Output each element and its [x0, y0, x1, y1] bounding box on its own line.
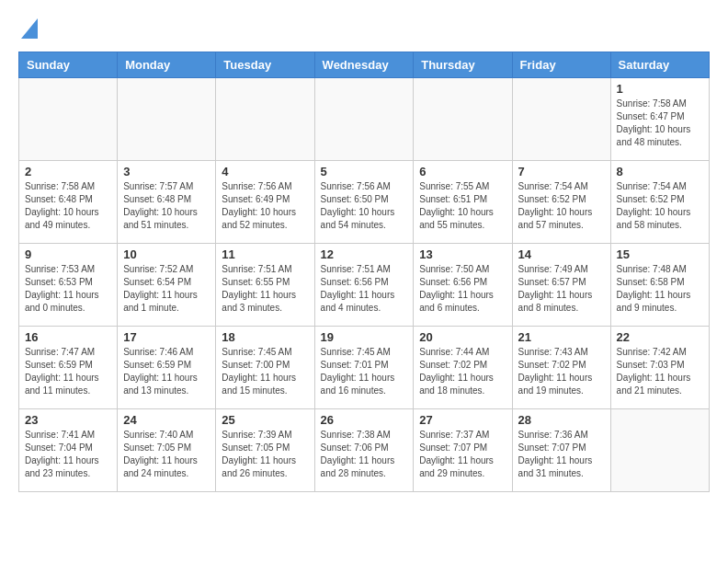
calendar-cell: 16Sunrise: 7:47 AM Sunset: 6:59 PM Dayli… [19, 327, 118, 409]
calendar-cell: 6Sunrise: 7:55 AM Sunset: 6:51 PM Daylig… [414, 161, 512, 244]
day-info: Sunrise: 7:37 AM Sunset: 7:07 PM Dayligh… [419, 429, 506, 480]
day-number: 25 [222, 413, 308, 427]
day-number: 28 [518, 413, 605, 427]
day-info: Sunrise: 7:54 AM Sunset: 6:52 PM Dayligh… [617, 180, 703, 232]
calendar-cell: 8Sunrise: 7:54 AM Sunset: 6:52 PM Daylig… [610, 161, 709, 244]
day-number: 27 [419, 413, 506, 427]
day-info: Sunrise: 7:51 AM Sunset: 6:55 PM Dayligh… [222, 263, 308, 315]
day-info: Sunrise: 7:53 AM Sunset: 6:53 PM Dayligh… [25, 263, 111, 315]
day-number: 1 [617, 82, 703, 96]
calendar-cell: 7Sunrise: 7:54 AM Sunset: 6:52 PM Daylig… [512, 161, 610, 244]
calendar-cell: 9Sunrise: 7:53 AM Sunset: 6:53 PM Daylig… [19, 244, 118, 327]
calendar-cell: 25Sunrise: 7:39 AM Sunset: 7:05 PM Dayli… [216, 409, 314, 492]
weekday-header: Tuesday [216, 52, 314, 78]
calendar-cell: 13Sunrise: 7:50 AM Sunset: 6:56 PM Dayli… [414, 244, 512, 327]
calendar-cell: 11Sunrise: 7:51 AM Sunset: 6:55 PM Dayli… [216, 244, 314, 327]
day-info: Sunrise: 7:50 AM Sunset: 6:56 PM Dayligh… [419, 263, 506, 315]
calendar-cell [610, 409, 709, 492]
calendar-cell [216, 78, 314, 161]
day-number: 3 [123, 165, 210, 178]
logo [18, 18, 38, 37]
day-info: Sunrise: 7:45 AM Sunset: 7:01 PM Dayligh… [321, 346, 408, 397]
day-number: 4 [222, 165, 308, 178]
day-info: Sunrise: 7:58 AM Sunset: 6:48 PM Dayligh… [25, 180, 111, 232]
weekday-header: Wednesday [314, 52, 414, 78]
day-info: Sunrise: 7:39 AM Sunset: 7:05 PM Dayligh… [222, 429, 308, 480]
calendar-cell [118, 78, 216, 161]
calendar-cell: 24Sunrise: 7:40 AM Sunset: 7:05 PM Dayli… [118, 409, 216, 492]
weekday-header: Saturday [610, 52, 709, 78]
day-number: 13 [419, 247, 506, 261]
day-number: 8 [617, 165, 703, 178]
calendar-cell: 19Sunrise: 7:45 AM Sunset: 7:01 PM Dayli… [314, 327, 414, 409]
day-number: 12 [321, 247, 408, 261]
calendar-cell: 10Sunrise: 7:52 AM Sunset: 6:54 PM Dayli… [118, 244, 216, 327]
calendar-cell: 28Sunrise: 7:36 AM Sunset: 7:07 PM Dayli… [512, 409, 610, 492]
weekday-header: Sunday [19, 52, 118, 78]
day-info: Sunrise: 7:38 AM Sunset: 7:06 PM Dayligh… [321, 429, 408, 480]
logo-icon [21, 18, 38, 39]
day-number: 22 [617, 330, 703, 344]
calendar-week: 1Sunrise: 7:58 AM Sunset: 6:47 PM Daylig… [19, 78, 710, 161]
day-number: 15 [617, 247, 703, 261]
day-info: Sunrise: 7:52 AM Sunset: 6:54 PM Dayligh… [123, 263, 210, 315]
calendar-week: 9Sunrise: 7:53 AM Sunset: 6:53 PM Daylig… [19, 244, 710, 327]
calendar-cell: 1Sunrise: 7:58 AM Sunset: 6:47 PM Daylig… [610, 78, 709, 161]
day-info: Sunrise: 7:55 AM Sunset: 6:51 PM Dayligh… [419, 180, 506, 232]
day-info: Sunrise: 7:54 AM Sunset: 6:52 PM Dayligh… [518, 180, 605, 232]
day-number: 11 [222, 247, 308, 261]
day-number: 7 [518, 165, 605, 178]
calendar: SundayMondayTuesdayWednesdayThursdayFrid… [18, 52, 710, 492]
calendar-cell: 12Sunrise: 7:51 AM Sunset: 6:56 PM Dayli… [314, 244, 414, 327]
day-number: 17 [123, 330, 210, 344]
calendar-cell: 20Sunrise: 7:44 AM Sunset: 7:02 PM Dayli… [414, 327, 512, 409]
calendar-cell: 4Sunrise: 7:56 AM Sunset: 6:49 PM Daylig… [216, 161, 314, 244]
calendar-cell: 27Sunrise: 7:37 AM Sunset: 7:07 PM Dayli… [414, 409, 512, 492]
day-number: 16 [25, 330, 111, 344]
day-info: Sunrise: 7:44 AM Sunset: 7:02 PM Dayligh… [419, 346, 506, 397]
calendar-cell: 15Sunrise: 7:48 AM Sunset: 6:58 PM Dayli… [610, 244, 709, 327]
calendar-cell: 5Sunrise: 7:56 AM Sunset: 6:50 PM Daylig… [314, 161, 414, 244]
calendar-cell: 2Sunrise: 7:58 AM Sunset: 6:48 PM Daylig… [19, 161, 118, 244]
weekday-header: Monday [118, 52, 216, 78]
day-info: Sunrise: 7:56 AM Sunset: 6:50 PM Dayligh… [321, 180, 408, 232]
calendar-week: 16Sunrise: 7:47 AM Sunset: 6:59 PM Dayli… [19, 327, 710, 409]
day-info: Sunrise: 7:57 AM Sunset: 6:48 PM Dayligh… [123, 180, 210, 232]
day-number: 19 [321, 330, 408, 344]
day-info: Sunrise: 7:47 AM Sunset: 6:59 PM Dayligh… [25, 346, 111, 397]
day-info: Sunrise: 7:41 AM Sunset: 7:04 PM Dayligh… [25, 429, 111, 480]
calendar-cell: 26Sunrise: 7:38 AM Sunset: 7:06 PM Dayli… [314, 409, 414, 492]
weekday-header: Thursday [414, 52, 512, 78]
calendar-cell [19, 78, 118, 161]
day-info: Sunrise: 7:48 AM Sunset: 6:58 PM Dayligh… [617, 263, 703, 315]
day-info: Sunrise: 7:43 AM Sunset: 7:02 PM Dayligh… [518, 346, 605, 397]
calendar-cell: 22Sunrise: 7:42 AM Sunset: 7:03 PM Dayli… [610, 327, 709, 409]
calendar-cell: 18Sunrise: 7:45 AM Sunset: 7:00 PM Dayli… [216, 327, 314, 409]
day-info: Sunrise: 7:56 AM Sunset: 6:49 PM Dayligh… [222, 180, 308, 232]
day-number: 9 [25, 247, 111, 261]
calendar-cell [314, 78, 414, 161]
day-number: 21 [518, 330, 605, 344]
day-info: Sunrise: 7:40 AM Sunset: 7:05 PM Dayligh… [123, 429, 210, 480]
header [18, 18, 710, 37]
day-info: Sunrise: 7:51 AM Sunset: 6:56 PM Dayligh… [321, 263, 408, 315]
day-info: Sunrise: 7:46 AM Sunset: 6:59 PM Dayligh… [123, 346, 210, 397]
day-number: 14 [518, 247, 605, 261]
day-number: 5 [321, 165, 408, 178]
weekday-header: Friday [512, 52, 610, 78]
calendar-week: 2Sunrise: 7:58 AM Sunset: 6:48 PM Daylig… [19, 161, 710, 244]
day-number: 23 [25, 413, 111, 427]
calendar-cell: 17Sunrise: 7:46 AM Sunset: 6:59 PM Dayli… [118, 327, 216, 409]
day-number: 18 [222, 330, 308, 344]
day-info: Sunrise: 7:42 AM Sunset: 7:03 PM Dayligh… [617, 346, 703, 397]
day-info: Sunrise: 7:58 AM Sunset: 6:47 PM Dayligh… [617, 98, 703, 149]
day-info: Sunrise: 7:49 AM Sunset: 6:57 PM Dayligh… [518, 263, 605, 315]
calendar-cell [414, 78, 512, 161]
calendar-header: SundayMondayTuesdayWednesdayThursdayFrid… [19, 52, 710, 78]
day-info: Sunrise: 7:45 AM Sunset: 7:00 PM Dayligh… [222, 346, 308, 397]
calendar-cell: 3Sunrise: 7:57 AM Sunset: 6:48 PM Daylig… [118, 161, 216, 244]
day-info: Sunrise: 7:36 AM Sunset: 7:07 PM Dayligh… [518, 429, 605, 480]
svg-marker-0 [21, 18, 38, 39]
day-number: 26 [321, 413, 408, 427]
day-number: 2 [25, 165, 111, 178]
